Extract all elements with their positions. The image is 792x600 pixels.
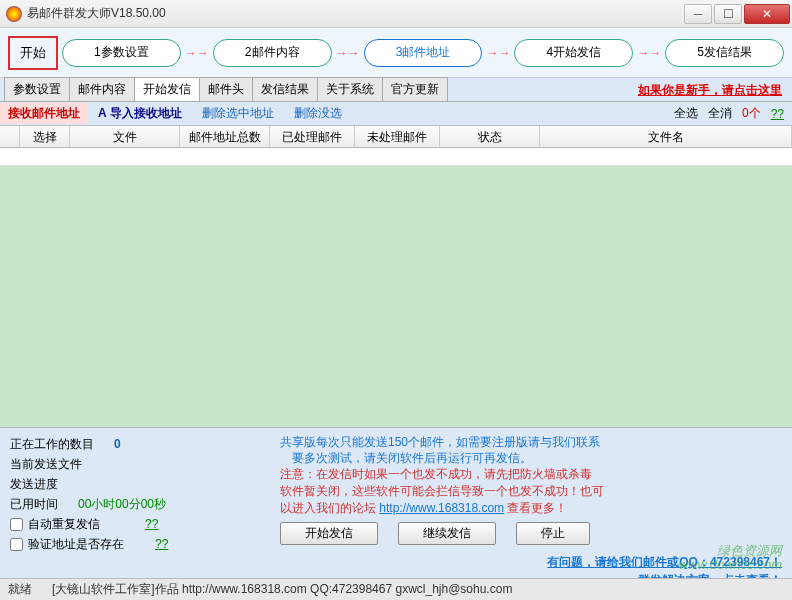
start-box[interactable]: 开始 — [8, 36, 58, 70]
arrow-icon: →→ — [185, 46, 209, 60]
delete-unselected-button[interactable]: 删除没选 — [284, 103, 352, 124]
deselect-all-button[interactable]: 全消 — [708, 105, 732, 122]
flow-step-3[interactable]: 3邮件地址 — [364, 39, 483, 67]
flow-step-1[interactable]: 1参数设置 — [62, 39, 181, 67]
arrow-icon: →→ — [486, 46, 510, 60]
delete-selected-button[interactable]: 删除选中地址 — [192, 103, 284, 124]
th-filename[interactable]: 文件名 — [540, 126, 792, 147]
newbie-help-link[interactable]: 如果你是新手，请点击这里 — [638, 82, 782, 99]
th-total[interactable]: 邮件地址总数 — [180, 126, 270, 147]
bottom-area: 正在工作的数目 0 当前发送文件 发送进度 已用时间 00小时00分00秒 自动… — [0, 428, 792, 578]
working-count-label: 正在工作的数目 — [10, 434, 94, 454]
arrow-icon: →→ — [336, 46, 360, 60]
address-count: 0个 — [742, 105, 761, 122]
auto-retry-label: 自动重复发信 — [28, 514, 100, 534]
help-icon[interactable]: ?? — [155, 534, 168, 554]
th-select[interactable]: 选择 — [20, 126, 70, 147]
notice-line: 共享版每次只能发送150个邮件，如需要注册版请与我们联系 — [280, 434, 782, 450]
tab-content[interactable]: 邮件内容 — [69, 77, 135, 101]
maximize-button[interactable]: ☐ — [714, 4, 742, 24]
tab-update[interactable]: 官方更新 — [382, 77, 448, 101]
tab-result[interactable]: 发信结果 — [252, 77, 318, 101]
window-title: 易邮件群发大师V18.50.00 — [27, 5, 166, 22]
progress-label: 发送进度 — [10, 474, 260, 494]
notice-line: 要多次测试，请关闭软件后再运行可再发信。 — [280, 450, 782, 466]
working-count-value: 0 — [114, 434, 121, 454]
start-send-button[interactable]: 开始发信 — [280, 522, 378, 545]
current-file-label: 当前发送文件 — [10, 454, 260, 474]
window-controls: ─ ☐ ✕ — [684, 4, 792, 24]
tab-header[interactable]: 邮件头 — [199, 77, 253, 101]
workflow-bar: 开始 1参数设置 →→ 2邮件内容 →→ 3邮件地址 →→ 4开始发信 →→ 5… — [0, 28, 792, 78]
arrow-icon: →→ — [637, 46, 661, 60]
watermark: 绿色资源网 www.downcc.com — [679, 544, 782, 572]
elapsed-label: 已用时间 — [10, 494, 58, 514]
tab-params[interactable]: 参数设置 — [4, 77, 70, 101]
titlebar: 易邮件群发大师V18.50.00 ─ ☐ ✕ — [0, 0, 792, 28]
th-file[interactable]: 文件 — [70, 126, 180, 147]
notice-warning: 软件暂关闭，这些软件可能会拦信导致一个也发不成功！也可 — [280, 483, 782, 500]
elapsed-value: 00小时00分00秒 — [78, 494, 166, 514]
select-all-button[interactable]: 全选 — [674, 105, 698, 122]
flow-step-4[interactable]: 4开始发信 — [514, 39, 633, 67]
notice-warning: 注意：在发信时如果一个也发不成功，请先把防火墙或杀毒 — [280, 466, 782, 483]
verify-addr-checkbox[interactable] — [10, 538, 23, 551]
th-blank — [0, 126, 20, 147]
address-toolbar: 接收邮件地址 A 导入接收地址 删除选中地址 删除没选 全选 全消 0个 ?? — [0, 102, 792, 126]
verify-addr-label: 验证地址是否存在 — [28, 534, 124, 554]
tab-about[interactable]: 关于系统 — [317, 77, 383, 101]
tab-start-send[interactable]: 开始发信 — [134, 77, 200, 101]
statusbar: 就绪 [大镜山软件工作室]作品 http://www.168318.com QQ… — [0, 578, 792, 600]
status-panel: 正在工作的数目 0 当前发送文件 发送进度 已用时间 00小时00分00秒 自动… — [0, 428, 270, 578]
address-table-body[interactable] — [0, 148, 792, 428]
app-icon — [6, 6, 22, 22]
help-icon[interactable]: ?? — [145, 514, 158, 534]
flow-step-2[interactable]: 2邮件内容 — [213, 39, 332, 67]
status-credit: [大镜山软件工作室]作品 http://www.168318.com QQ:47… — [52, 581, 512, 598]
forum-link[interactable]: http://www.168318.com — [379, 501, 504, 515]
help-icon[interactable]: ?? — [771, 107, 784, 121]
auto-retry-checkbox[interactable] — [10, 518, 23, 531]
th-status[interactable]: 状态 — [440, 126, 540, 147]
continue-send-button[interactable]: 继续发信 — [398, 522, 496, 545]
close-button[interactable]: ✕ — [744, 4, 790, 24]
table-header: 选择 文件 邮件地址总数 已处理邮件 未处理邮件 状态 文件名 — [0, 126, 792, 148]
import-address-button[interactable]: A 导入接收地址 — [88, 103, 192, 124]
notice-forum: 以进入我们的论坛 http://www.168318.com 查看更多！ — [280, 500, 782, 517]
stop-button[interactable]: 停止 — [516, 522, 590, 545]
th-processed[interactable]: 已处理邮件 — [270, 126, 355, 147]
status-ready: 就绪 — [8, 581, 32, 598]
minimize-button[interactable]: ─ — [684, 4, 712, 24]
flow-step-5[interactable]: 5发信结果 — [665, 39, 784, 67]
th-unprocessed[interactable]: 未处理邮件 — [355, 126, 440, 147]
toolbar-title: 接收邮件地址 — [0, 103, 88, 124]
table-row — [0, 148, 792, 166]
